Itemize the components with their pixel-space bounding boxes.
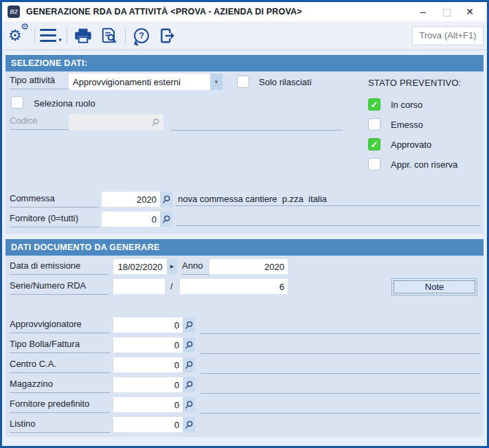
maximize-button[interactable] [435, 3, 458, 21]
commessa-input[interactable] [102, 192, 160, 207]
fornitore-label: Fornitore (0=tutti) [10, 213, 99, 227]
solo-rilasciati-checkbox[interactable]: ✓ [237, 76, 249, 88]
centro-ca-description-line [201, 357, 481, 374]
stato-approvato-checkbox[interactable]: ✓ [368, 138, 380, 150]
magazzino-input[interactable] [113, 377, 183, 392]
numero-input[interactable] [180, 279, 288, 294]
app-logo-icon: B2 [8, 5, 20, 18]
search-icon [185, 401, 193, 410]
magazzino-lookup-button[interactable] [183, 377, 195, 392]
listino-label: Listino [10, 418, 110, 433]
help-button[interactable]: ? [130, 23, 153, 48]
form-area: SELEZIONE DATI: Tipo attività Approvvigi… [2, 50, 487, 446]
note-button[interactable]: Note [391, 278, 477, 295]
centro-ca-lookup-button[interactable] [183, 357, 195, 372]
selezione-dati-header: SELEZIONE DATI: [5, 55, 484, 71]
selezione-dati-panel [5, 71, 484, 234]
print-button[interactable] [71, 23, 95, 48]
tipo-bolla-fattura-lookup-button[interactable] [183, 337, 195, 352]
data-emissione-label: Data di emissione [10, 260, 109, 275]
centro-ca-label: Centro C.A. [10, 359, 110, 373]
fornitore-input[interactable] [102, 212, 160, 227]
fornitore-predefinito-label: Fornitore predefinito [10, 399, 110, 413]
seleziona-ruolo-checkbox[interactable]: ✓ [11, 96, 23, 109]
minimize-button[interactable]: – [411, 3, 435, 21]
solo-rilasciati-label: Solo rilasciati [259, 77, 312, 87]
toolbar-separator [67, 27, 67, 45]
stato-approvato-label: Approvato [391, 139, 431, 150]
serie-numero-label: Serie/Numero RDA [10, 280, 109, 295]
menu-button[interactable]: ▾ [39, 23, 62, 48]
document-search-icon [100, 27, 118, 45]
stato-in-corso-label: In corso [391, 100, 422, 110]
stato-in-corso-checkbox[interactable]: ✓ [368, 98, 380, 111]
listino-lookup-button[interactable] [183, 417, 195, 432]
approvvigionatore-label: Approvvigionatore [10, 319, 110, 333]
fornitore-lookup-button[interactable] [160, 212, 172, 227]
codice-label: Codice [10, 115, 69, 130]
print-preview-button[interactable] [98, 23, 121, 48]
help-icon: ? [134, 28, 149, 43]
approvvigionatore-input[interactable] [113, 317, 183, 333]
search-icon [185, 321, 193, 330]
centro-ca-input[interactable] [113, 357, 183, 372]
search-icon [185, 381, 193, 390]
search-icon [185, 361, 193, 370]
approvvigionatore-description-line [201, 317, 481, 334]
search-icon [162, 195, 170, 204]
tipo-attivita-select[interactable]: Approvvigionamenti esterni ▼ [69, 74, 223, 90]
dati-documento-header: DATI DOCUMENTO DA GENERARE [5, 239, 484, 256]
fornitore-predefinito-lookup-button[interactable] [183, 397, 195, 412]
search-icon [185, 341, 193, 350]
commessa-description-line [176, 192, 481, 206]
stato-appr-con-riserva-label: Appr. con riserva [391, 159, 458, 170]
toolbar-separator [125, 27, 126, 45]
tipo-bolla-fattura-input[interactable] [113, 337, 183, 352]
date-next-button[interactable]: ▶ [167, 259, 177, 274]
listino-input[interactable] [113, 417, 183, 432]
tipo-attivita-value: Approvvigionamenti esterni [69, 77, 210, 87]
exit-button[interactable] [156, 23, 179, 48]
commessa-label: Commessa [10, 193, 99, 208]
approvvigionatore-lookup-button[interactable] [183, 317, 195, 333]
exit-icon [159, 27, 177, 45]
search-icon [162, 215, 170, 224]
title-bar: B2 GENERAZIONE RDA DA ATTIVITÀ <PROVA - … [2, 2, 487, 21]
serie-input[interactable] [113, 279, 165, 294]
commessa-lookup-button[interactable] [160, 192, 172, 207]
hamburger-menu-icon: ▾ [40, 27, 62, 44]
tipo-bolla-fattura-description-line [201, 337, 481, 354]
codice-description-line [170, 113, 343, 131]
gears-icon: ⚙⚙ [10, 27, 27, 45]
stato-emesso-label: Emesso [391, 120, 423, 130]
search-icon [185, 421, 193, 429]
toolbar-separator [34, 27, 35, 45]
data-emissione-input[interactable] [113, 259, 167, 274]
magazzino-label: Magazzino [10, 379, 110, 393]
stato-appr-con-riserva-checkbox[interactable]: ✓ [368, 158, 380, 170]
tipo-bolla-fattura-label: Tipo Bolla/Fattura [10, 339, 110, 353]
window-title: GENERAZIONE RDA DA ATTIVITÀ <PROVA - AZI… [26, 7, 302, 16]
magazzino-description-line [201, 377, 481, 394]
chevron-down-icon[interactable]: ▼ [210, 74, 223, 90]
maximize-icon [443, 9, 451, 16]
anno-label: Anno [182, 260, 209, 275]
settings-button[interactable]: ⚙⚙ [7, 23, 30, 48]
arrow-right-icon: ▶ [170, 264, 174, 269]
printer-icon [74, 27, 92, 45]
app-window: B2 GENERAZIONE RDA DA ATTIVITÀ <PROVA - … [0, 0, 489, 448]
anno-input[interactable] [209, 259, 288, 274]
stato-emesso-checkbox[interactable]: ✓ [368, 118, 380, 131]
find-shortcut[interactable]: Trova (Alt+F1) [412, 26, 484, 45]
serie-numero-separator: / [170, 281, 173, 291]
fornitore-predefinito-description-line [201, 397, 481, 414]
close-button[interactable]: ✕ [458, 3, 481, 21]
fornitore-description-line [176, 212, 481, 226]
menu-caret-icon: ▾ [58, 36, 62, 43]
fornitore-predefinito-input[interactable] [113, 397, 183, 412]
tipo-attivita-label: Tipo attività [10, 75, 69, 89]
codice-field [69, 114, 163, 131]
stato-preventivo-label: STATO PREVENTIVO: [368, 78, 462, 88]
toolbar: ⚙⚙ ▾ [2, 21, 487, 50]
window-controls: – ✕ [411, 3, 481, 21]
